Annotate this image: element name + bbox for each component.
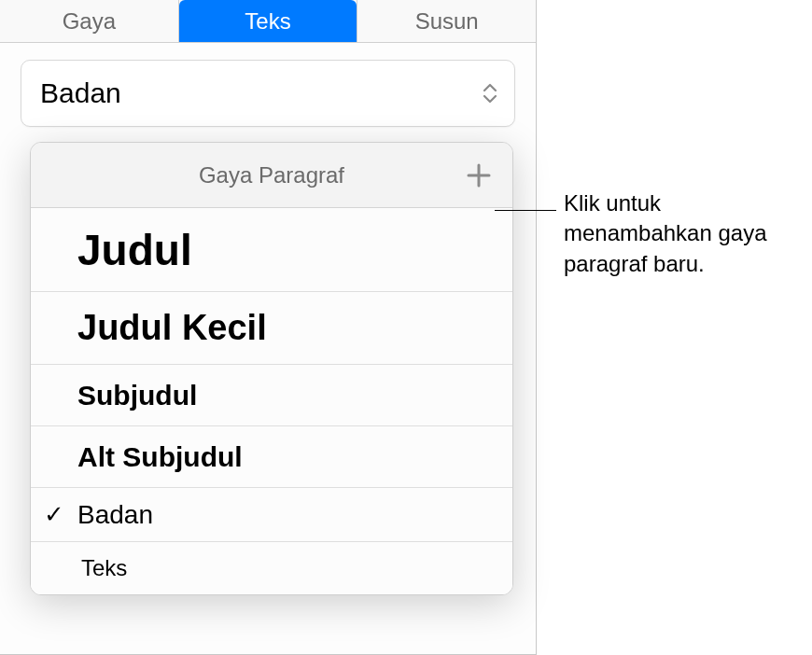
style-item-label: Subjudul <box>77 380 197 411</box>
tab-gaya[interactable]: Gaya <box>0 0 178 42</box>
paragraph-style-current: Badan <box>40 77 121 109</box>
style-item-badan[interactable]: ✓ Badan <box>31 488 512 542</box>
style-item-label: Alt Subjudul <box>77 441 243 473</box>
format-panel: Gaya Teks Susun Badan Gaya Paragraf Judu… <box>0 0 537 655</box>
add-paragraph-style-button[interactable] <box>464 160 494 190</box>
tab-bar: Gaya Teks Susun <box>0 0 536 43</box>
checkmark-icon: ✓ <box>44 500 64 529</box>
tab-susun[interactable]: Susun <box>357 0 536 42</box>
tab-teks[interactable]: Teks <box>179 0 357 42</box>
style-item-teks[interactable]: Teks <box>31 542 512 594</box>
style-item-judul[interactable]: Judul <box>31 208 512 292</box>
paragraph-style-dropdown[interactable]: Badan <box>21 60 515 127</box>
style-item-label: Badan <box>77 500 153 530</box>
chevron-updown-icon <box>483 83 497 104</box>
plus-icon <box>466 162 492 188</box>
callout-leader-line <box>495 210 556 211</box>
style-item-label: Judul <box>77 225 192 275</box>
style-item-judul-kecil[interactable]: Judul Kecil <box>31 292 512 365</box>
style-item-label: Teks <box>81 555 127 581</box>
style-item-label: Judul Kecil <box>77 308 267 348</box>
paragraph-style-list: Judul Judul Kecil Subjudul Alt Subjudul … <box>31 208 512 594</box>
callout-text: Klik untuk menambahkan gaya paragraf bar… <box>564 188 806 279</box>
style-item-alt-subjudul[interactable]: Alt Subjudul <box>31 426 512 488</box>
popover-title: Gaya Paragraf <box>199 162 344 188</box>
paragraph-style-popover: Gaya Paragraf Judul Judul Kecil Subjudul… <box>30 142 513 595</box>
style-item-subjudul[interactable]: Subjudul <box>31 365 512 426</box>
popover-header: Gaya Paragraf <box>31 143 512 208</box>
